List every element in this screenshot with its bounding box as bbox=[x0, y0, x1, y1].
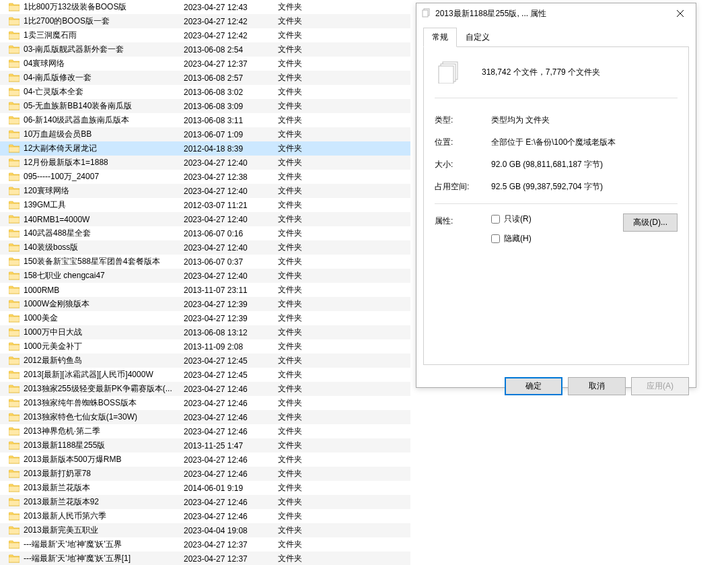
readonly-check[interactable]: 只读(R) bbox=[491, 213, 623, 225]
properties-dialog: 2013最新1188星255版, ... 属性 常规 自定义 318,742 个… bbox=[416, 3, 696, 388]
file-row[interactable]: 06-新140级武器血族南瓜版本2013-06-08 3:11文件夹 bbox=[0, 113, 410, 127]
file-row[interactable]: 1卖三洞魔石雨2023-04-27 12:42文件夹 bbox=[0, 28, 410, 42]
file-date: 2013-06-08 2:57 bbox=[184, 73, 278, 83]
cancel-button[interactable]: 取消 bbox=[568, 377, 626, 395]
file-row[interactable]: 2013独家纯年兽蜘蛛BOSS版本2023-04-27 12:46文件夹 bbox=[0, 396, 410, 410]
folder-icon bbox=[9, 356, 20, 365]
folder-icon bbox=[9, 484, 20, 492]
file-row[interactable]: 1比800万132级装备BOOS版2023-04-27 12:43文件夹 bbox=[0, 0, 410, 14]
file-row[interactable]: 05-无血族新BB140装备南瓜版2013-06-08 3:09文件夹 bbox=[0, 99, 410, 113]
file-row[interactable]: 2013神界危机·第二季2023-04-27 12:46文件夹 bbox=[0, 424, 410, 438]
file-name: 095-----100万_24007 bbox=[24, 171, 184, 182]
file-row[interactable]: 140RMB1=4000W2023-04-27 12:40文件夹 bbox=[0, 212, 410, 226]
close-button[interactable] bbox=[665, 3, 696, 24]
file-type: 文件夹 bbox=[278, 468, 410, 479]
file-date: 2012-03-07 11:21 bbox=[184, 201, 278, 210]
advanced-button[interactable]: 高级(D)... bbox=[623, 213, 678, 232]
file-row[interactable]: ---端最新'天'地'神'魔'妖'五界[1]2023-04-27 12:37文件… bbox=[0, 552, 410, 565]
hidden-check[interactable]: 隐藏(H) bbox=[491, 233, 623, 244]
tab-general[interactable]: 常规 bbox=[423, 28, 457, 47]
file-type: 文件夹 bbox=[278, 369, 410, 380]
file-type: 文件夹 bbox=[278, 44, 410, 55]
disk-label: 占用空间: bbox=[435, 181, 491, 193]
folder-icon bbox=[9, 3, 20, 11]
file-row[interactable]: 2013最新版本500万爆RMB2023-04-27 12:46文件夹 bbox=[0, 453, 410, 467]
file-row[interactable]: 2013独家255级轻变最新PK争霸赛版本(...2023-04-27 12:4… bbox=[0, 382, 410, 396]
file-row[interactable]: 2013最新完美五职业2023-04-04 19:08文件夹 bbox=[0, 523, 410, 537]
file-row[interactable]: 1000美金2023-04-27 12:39文件夹 bbox=[0, 311, 410, 325]
file-row[interactable]: 04-南瓜版修改一套2013-06-08 2:57文件夹 bbox=[0, 71, 410, 85]
file-row[interactable]: 10万血超级会员BB2013-06-07 1:09文件夹 bbox=[0, 127, 410, 141]
file-row[interactable]: 2013最新1188星255版2013-11-25 1:47文件夹 bbox=[0, 438, 410, 453]
file-row[interactable]: 1000万中日大战2013-06-08 13:12文件夹 bbox=[0, 325, 410, 339]
folder-stack-icon bbox=[437, 59, 462, 86]
file-row[interactable]: 2012最新钓鱼岛2023-04-27 12:45文件夹 bbox=[0, 354, 410, 368]
folder-icon bbox=[9, 342, 20, 351]
file-name: 2013神界危机·第二季 bbox=[24, 426, 184, 437]
file-row[interactable]: 04-亡灵版本全套2013-06-08 3:02文件夹 bbox=[0, 85, 410, 99]
file-row[interactable]: 2013[最新][冰霜武器][人民币]4000W2023-04-27 12:45… bbox=[0, 368, 410, 382]
file-row[interactable]: 158七职业 chengcai472023-04-27 12:40文件夹 bbox=[0, 269, 410, 283]
file-row[interactable]: 150装备新宝宝588星军团兽4套餐版本2013-06-07 0:37文件夹 bbox=[0, 255, 410, 269]
file-name: 2013最新兰花版本 bbox=[24, 482, 184, 494]
file-row[interactable]: 140装级boss版2023-04-27 12:40文件夹 bbox=[0, 240, 410, 255]
file-type: 文件夹 bbox=[278, 256, 410, 267]
file-date: 2023-04-27 12:40 bbox=[184, 187, 278, 196]
file-row[interactable]: 2013独家特色七仙女版(1=30W)2023-04-27 12:46文件夹 bbox=[0, 410, 410, 424]
file-name: 150装备新宝宝588星军团兽4套餐版本 bbox=[24, 256, 184, 267]
folder-icon bbox=[9, 88, 20, 96]
file-type: 文件夹 bbox=[278, 327, 410, 338]
file-type: 文件夹 bbox=[278, 440, 410, 451]
location-value: 全部位于 E:\备份\100个魔域老版本 bbox=[491, 137, 678, 148]
hidden-checkbox[interactable] bbox=[491, 234, 500, 243]
file-row[interactable]: 12大副本倚天屠龙记2012-04-18 8:39文件夹 bbox=[0, 141, 410, 156]
file-date: 2023-04-27 12:46 bbox=[184, 512, 278, 521]
file-name: 05-无血族新BB140装备南瓜版 bbox=[24, 100, 184, 112]
file-row[interactable]: 120寰球网络2023-04-27 12:40文件夹 bbox=[0, 184, 410, 198]
file-row[interactable]: 095-----100万_240072023-04-27 12:38文件夹 bbox=[0, 170, 410, 184]
file-type: 文件夹 bbox=[278, 1, 410, 13]
file-row[interactable]: 1000W金刚狼版本2023-04-27 12:39文件夹 bbox=[0, 297, 410, 311]
file-type: 文件夹 bbox=[278, 496, 410, 508]
file-date: 2023-04-27 12:46 bbox=[184, 385, 278, 394]
file-row[interactable]: 2013最新兰花版本922023-04-27 12:46文件夹 bbox=[0, 495, 410, 509]
readonly-checkbox[interactable] bbox=[491, 215, 500, 224]
folder-icon bbox=[9, 172, 20, 181]
apply-button[interactable]: 应用(A) bbox=[631, 377, 689, 395]
dialog-titlebar[interactable]: 2013最新1188星255版, ... 属性 bbox=[416, 3, 696, 24]
file-row[interactable]: 03-南瓜版靓武器新外套一套2013-06-08 2:54文件夹 bbox=[0, 42, 410, 57]
file-date: 2012-04-18 8:39 bbox=[184, 144, 278, 154]
file-type: 文件夹 bbox=[278, 157, 410, 168]
ok-button[interactable]: 确定 bbox=[505, 377, 562, 395]
file-type: 文件夹 bbox=[278, 341, 410, 352]
file-row[interactable]: ---端最新'天'地'神'魔'妖'五界2023-04-27 12:37文件夹 bbox=[0, 537, 410, 552]
file-row[interactable]: 1000元美金补丁2013-11-09 2:08文件夹 bbox=[0, 339, 410, 354]
file-date: 2023-04-27 12:40 bbox=[184, 158, 278, 168]
file-row[interactable]: 2013最新兰花版本2014-06-01 9:19文件夹 bbox=[0, 481, 410, 495]
folder-icon bbox=[9, 59, 20, 68]
file-row[interactable]: 04寰球网络2023-04-27 12:37文件夹 bbox=[0, 57, 410, 71]
file-type: 文件夹 bbox=[278, 539, 410, 550]
folder-icon bbox=[9, 385, 20, 393]
file-date: 2023-04-27 12:40 bbox=[184, 215, 278, 224]
file-date: 2023-04-27 12:46 bbox=[184, 469, 278, 479]
file-row[interactable]: 1比2700的BOOS版一套2023-04-27 12:42文件夹 bbox=[0, 14, 410, 28]
file-row[interactable]: 12月份最新版本1=18882023-04-27 12:40文件夹 bbox=[0, 156, 410, 170]
file-type: 文件夹 bbox=[278, 397, 410, 409]
file-name: 140RMB1=4000W bbox=[24, 215, 184, 224]
file-row[interactable]: 2013最新打奶罩782023-04-27 12:46文件夹 bbox=[0, 467, 410, 481]
folder-icon bbox=[9, 498, 20, 506]
tab-custom[interactable]: 自定义 bbox=[457, 28, 499, 47]
file-type: 文件夹 bbox=[278, 114, 410, 126]
file-name: 2013独家纯年兽蜘蛛BOSS版本 bbox=[24, 397, 184, 409]
file-row[interactable]: 1000RMB2013-11-07 23:11文件夹 bbox=[0, 283, 410, 297]
file-list[interactable]: 1比800万132级装备BOOS版2023-04-27 12:43文件夹1比27… bbox=[0, 0, 410, 565]
file-row[interactable]: 140武器488星全套2013-06-07 0:16文件夹 bbox=[0, 226, 410, 240]
file-date: 2023-04-27 12:37 bbox=[184, 554, 278, 564]
file-type: 文件夹 bbox=[278, 171, 410, 182]
folder-icon bbox=[9, 286, 20, 294]
file-row[interactable]: 2013最新人民币第六季2023-04-27 12:46文件夹 bbox=[0, 509, 410, 523]
file-date: 2023-04-27 12:37 bbox=[184, 59, 278, 69]
file-type: 文件夹 bbox=[278, 228, 410, 239]
file-row[interactable]: 139GM工具2012-03-07 11:21文件夹 bbox=[0, 198, 410, 212]
